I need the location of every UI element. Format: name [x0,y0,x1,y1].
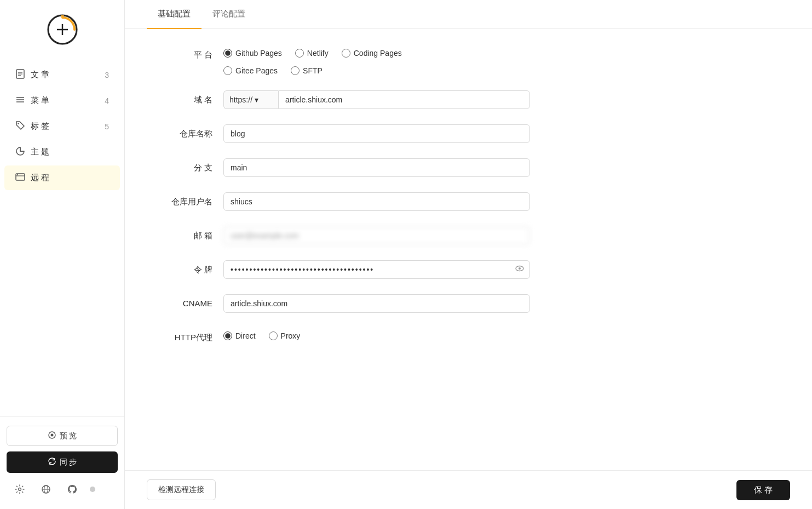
app-logo [46,13,79,46]
preview-icon [48,431,56,441]
status-dot [90,487,95,492]
domain-row: 域 名 https:// ▾ [158,90,779,109]
sidebar-item-themes[interactable]: 主 题 [4,140,120,164]
repo-label: 仓库名称 [158,124,223,139]
sidebar-item-remote[interactable]: 远 程 [4,165,120,190]
svg-point-16 [50,434,53,437]
email-input[interactable] [223,226,530,245]
svg-point-17 [19,488,21,491]
svg-point-11 [18,123,19,124]
chevron-down-icon: ▾ [255,95,258,104]
svg-point-22 [519,267,521,270]
protocol-select[interactable]: https:// ▾ [223,90,278,109]
username-input[interactable] [223,192,530,211]
tags-count: 5 [105,122,109,131]
sidebar-icon-bar [7,478,118,500]
username-control [223,192,530,211]
globe-icon-btn[interactable] [37,481,55,498]
username-label: 仓库用户名 [158,192,223,207]
form-area: 平 台 Github Pages Netlify Coding Pages [125,29,812,470]
platform-radio-netlify[interactable] [295,49,304,58]
domain-input-group: https:// ▾ [223,90,530,109]
platform-row: 平 台 Github Pages Netlify Coding Pages [158,45,779,75]
email-control [223,226,530,245]
platform-radio-sftp[interactable] [291,66,300,75]
http-proxy-label: HTTP代理 [158,328,223,343]
preview-label: 预 览 [60,431,77,441]
domain-control: https:// ▾ [223,90,530,109]
sync-icon [48,457,56,467]
repo-input[interactable] [223,124,530,143]
save-button[interactable]: 保 存 [736,480,790,500]
sync-label: 同 步 [60,457,77,467]
platform-option-netlify[interactable]: Netlify [295,49,329,58]
username-row: 仓库用户名 [158,192,779,211]
proxy-option-proxy[interactable]: Proxy [269,331,301,340]
sidebar-item-tags[interactable]: 标 签 5 [4,114,120,139]
menus-count: 4 [105,96,109,105]
settings-icon-btn[interactable] [11,481,28,498]
tab-basic[interactable]: 基础配置 [147,0,201,29]
domain-input[interactable] [278,90,530,109]
http-proxy-row: HTTP代理 Direct Proxy [158,328,779,343]
token-row: 令 牌 [158,260,779,279]
bottom-bar: 检测远程连接 保 存 [125,470,812,509]
repo-control [223,124,530,143]
articles-count: 3 [105,71,109,79]
cname-input[interactable] [223,294,530,313]
tags-icon [15,121,25,132]
cname-row: CNAME [158,294,779,313]
svg-point-14 [17,174,18,175]
platform-option-sftp[interactable]: SFTP [291,66,323,75]
eye-icon[interactable] [515,264,525,276]
platform-radio-group: Github Pages Netlify Coding Pages [223,45,530,58]
http-proxy-radio-group: Direct Proxy [223,328,530,340]
menus-label: 菜 单 [31,95,49,106]
cname-label: CNAME [158,294,223,308]
email-label: 邮 箱 [158,226,223,241]
platform-option-github[interactable]: Github Pages [223,49,282,58]
proxy-option-direct[interactable]: Direct [223,331,256,340]
tab-comment[interactable]: 评论配置 [201,0,256,29]
proxy-radio-proxy[interactable] [269,331,278,340]
platform-radio-github[interactable] [223,49,232,58]
remote-icon [15,172,25,184]
platform-control: Github Pages Netlify Coding Pages Gitee … [223,45,530,75]
branch-row: 分 支 [158,158,779,177]
github-icon-btn[interactable] [64,481,81,498]
platform-option-gitee[interactable]: Gitee Pages [223,66,278,75]
repo-row: 仓库名称 [158,124,779,143]
articles-label: 文 章 [31,70,49,80]
sidebar-item-menus[interactable]: 菜 单 4 [4,88,120,113]
platform-option-coding[interactable]: Coding Pages [342,49,402,58]
themes-label: 主 题 [31,147,49,157]
remote-label: 远 程 [31,173,49,183]
sidebar-nav: 文 章 3 菜 单 4 [0,57,124,416]
main-content: 基础配置 评论配置 平 台 Github Pages Netlify [125,0,812,509]
preview-button[interactable]: 预 览 [7,426,118,446]
themes-icon [15,146,25,158]
proxy-radio-direct[interactable] [223,331,232,340]
logo-container [0,0,124,57]
token-label: 令 牌 [158,260,223,275]
branch-input[interactable] [223,158,530,177]
sidebar: 文 章 3 菜 单 4 [0,0,125,509]
domain-label: 域 名 [158,90,223,105]
sync-button[interactable]: 同 步 [7,451,118,473]
token-input[interactable] [223,260,530,279]
http-proxy-control: Direct Proxy [223,328,530,340]
check-connection-button[interactable]: 检测远程连接 [147,479,216,500]
sidebar-bottom: 预 览 同 步 [0,416,124,509]
email-row: 邮 箱 [158,226,779,245]
sidebar-item-articles[interactable]: 文 章 3 [4,62,120,87]
branch-label: 分 支 [158,158,223,173]
platform-radio-gitee[interactable] [223,66,232,75]
platform-label: 平 台 [158,45,223,60]
token-control [223,260,530,279]
tags-label: 标 签 [31,121,49,131]
tab-bar: 基础配置 评论配置 [125,0,812,29]
branch-control [223,158,530,177]
platform-radio-group-2: Gitee Pages SFTP [223,63,530,75]
platform-radio-coding[interactable] [342,49,350,58]
menus-icon [15,95,25,106]
